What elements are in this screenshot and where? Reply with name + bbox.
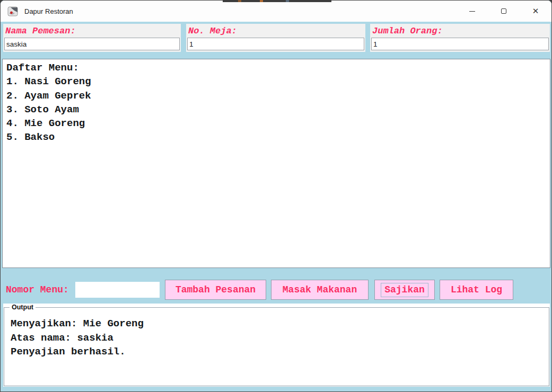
minimize-icon: [469, 11, 475, 12]
output-line: Menyajikan: Mie Goreng: [11, 317, 546, 331]
menu-line: 4. Mie Goreng: [6, 117, 550, 130]
background-window-artifact: [223, 0, 331, 2]
menu-line: 5. Bakso: [6, 130, 550, 144]
close-button[interactable]: ✕: [520, 1, 551, 22]
no-meja-label: No. Meja:: [187, 25, 364, 38]
menu-line: 1. Nasi Goreng: [6, 75, 550, 88]
maximize-icon: [501, 8, 506, 14]
lihat-log-button[interactable]: Lihat Log: [440, 280, 513, 300]
maximize-button[interactable]: [488, 1, 520, 22]
minimize-button[interactable]: [456, 1, 488, 22]
title-bar: Dapur Restoran ✕: [1, 1, 551, 22]
nomor-menu-label: Nomor Menu:: [6, 284, 69, 295]
output-panel-title: Output: [10, 304, 36, 311]
nama-pemesan-input[interactable]: [4, 38, 180, 50]
nama-pemesan-label: Nama Pemesan:: [4, 25, 180, 38]
nomor-menu-input[interactable]: [75, 282, 160, 298]
sajikan-button[interactable]: Sajikan: [374, 280, 435, 300]
output-textarea[interactable]: Menyajikan: Mie Goreng Atas nama: saskia…: [11, 317, 546, 384]
java-app-icon: [7, 6, 19, 17]
field-group-jumlah-orang: Jumlah Orang:: [370, 24, 550, 52]
close-icon: ✕: [532, 7, 539, 15]
output-line: Penyajian berhasil.: [11, 345, 546, 359]
jumlah-orang-label: Jumlah Orang:: [371, 25, 549, 38]
menu-line: 2. Ayam Geprek: [6, 89, 550, 103]
output-panel: Output Menyajikan: Mie Goreng Atas nama:…: [3, 304, 550, 387]
menu-line: 3. Soto Ayam: [6, 103, 550, 117]
menu-line: Daftar Menu:: [6, 61, 550, 75]
tambah-pesanan-button[interactable]: Tambah Pesanan: [165, 280, 266, 300]
jumlah-orang-input[interactable]: [371, 38, 549, 50]
output-line: Atas nama: saskia: [11, 331, 546, 345]
field-group-nama-pemesan: Nama Pemesan:: [3, 24, 181, 52]
masak-makanan-button[interactable]: Masak Makanan: [271, 280, 369, 300]
menu-textarea[interactable]: Daftar Menu: 1. Nasi Goreng 2. Ayam Gepr…: [2, 59, 550, 268]
no-meja-input[interactable]: [187, 38, 364, 50]
field-group-no-meja: No. Meja:: [186, 24, 365, 52]
sajikan-button-label: Sajikan: [381, 283, 428, 297]
app-window: Dapur Restoran ✕ Nama Pemesan: No. Meja:…: [0, 0, 552, 392]
window-title: Dapur Restoran: [24, 7, 73, 15]
